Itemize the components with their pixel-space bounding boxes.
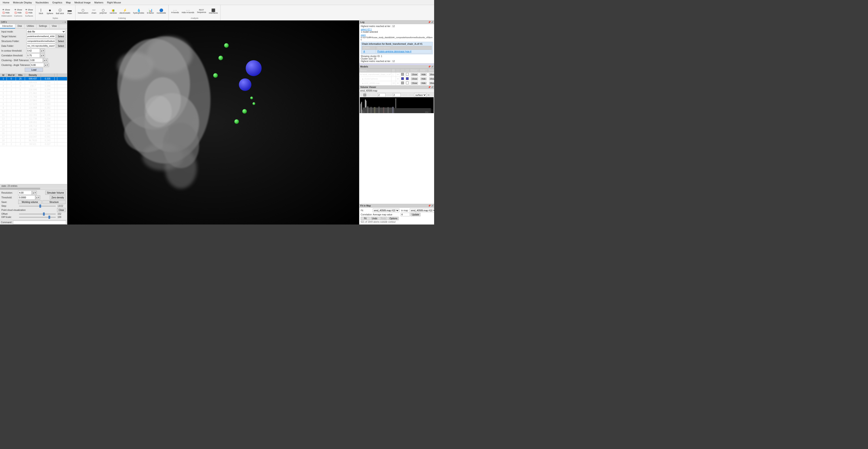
menu-right-mouse[interactable]: Right Mouse xyxy=(105,1,123,4)
marker-sphere-5[interactable] xyxy=(252,102,255,105)
chain-color-button[interactable]: 〰 chain xyxy=(90,8,98,15)
viewport-canvas[interactable] xyxy=(67,21,359,224)
col-id[interactable]: Id xyxy=(0,73,7,77)
diff-scale-slider[interactable] xyxy=(19,217,56,218)
table-row[interactable]: 8 1 1 117.623 0.283 xyxy=(0,102,67,106)
working-volume-btn[interactable]: Working volume xyxy=(18,200,41,204)
data-folder-input[interactable] xyxy=(26,44,56,48)
command-input[interactable] xyxy=(13,221,66,224)
tab-settings[interactable]: Settings xyxy=(37,24,50,28)
vol-step-input[interactable] xyxy=(377,93,385,97)
fit-button[interactable]: Fit xyxy=(361,217,370,220)
show-surfaces-btn[interactable]: 👁 Show xyxy=(24,8,34,11)
nucleotide-color-button[interactable]: 🔵 nucleotide xyxy=(155,8,167,15)
data-folder-select-btn[interactable]: Select xyxy=(56,44,66,48)
cluster-sphere-1[interactable] xyxy=(246,60,261,76)
table-row[interactable]: 16 2 2 104.155 0.264 xyxy=(0,132,67,135)
table-row[interactable]: 14 2 2 106.713 0.266 xyxy=(0,124,67,128)
menu-molecule-display[interactable]: Molecule Display xyxy=(11,1,34,4)
clustering-angle-input[interactable] xyxy=(30,63,44,67)
fit-pin-icon[interactable]: 📌 xyxy=(428,204,431,207)
model-2-close-btn[interactable]: Close xyxy=(411,77,418,80)
viewport[interactable] xyxy=(67,21,359,224)
structures-folder-select-btn[interactable]: Select xyxy=(56,39,66,43)
electrostatic-button[interactable]: ⚡ electrostatic xyxy=(118,8,132,15)
model-1-close-btn[interactable]: Close xyxy=(411,73,418,76)
model-3-color2[interactable] xyxy=(406,82,409,84)
marker-sphere-3[interactable] xyxy=(213,73,218,78)
simulate-volume-btn[interactable]: Simulate Volume xyxy=(45,191,66,195)
heteroatom-button[interactable]: ⬡ heteroatom xyxy=(77,8,90,15)
fit-avg-input[interactable] xyxy=(401,213,410,216)
hide-hbonds-button[interactable]: - - - Hide H-bonds xyxy=(181,8,195,14)
table-row[interactable]: 2 0 26 699.425 0.335 xyxy=(0,81,67,84)
show-cartoons-btn[interactable]: 👁 Show xyxy=(13,8,23,11)
polymer-button[interactable]: ⬡ polymer xyxy=(98,8,108,15)
table-scrollbar[interactable] xyxy=(0,188,67,190)
table-row[interactable]: 6 2 1 171.703 0.245 xyxy=(0,95,67,99)
tab-view[interactable]: View xyxy=(50,24,59,28)
in-contour-input[interactable] xyxy=(26,49,40,53)
model-2-color2[interactable] xyxy=(406,77,409,80)
table-row[interactable]: 18 2 1 96.7633 0.243 xyxy=(0,139,67,142)
threshold-input[interactable] xyxy=(18,195,35,199)
tab-disk[interactable]: Disk xyxy=(15,24,24,28)
menu-map[interactable]: Map xyxy=(64,1,72,4)
model-2-show-btn[interactable]: Show xyxy=(429,77,434,80)
vol-minus-btn[interactable]: − xyxy=(428,93,429,97)
model-3-close-btn[interactable]: Close xyxy=(411,82,418,85)
log-open-link[interactable]: open xyxy=(361,34,366,36)
vol-color-swatch[interactable] xyxy=(364,94,366,96)
step-slider[interactable] xyxy=(19,206,56,206)
model-1-eye-icon[interactable]: 👁 xyxy=(397,73,399,76)
model-3-show-btn[interactable]: Show xyxy=(429,82,434,85)
table-row[interactable]: 13 2 3 108.051 0.266 xyxy=(0,121,67,124)
table-row[interactable]: 1 0 25 699.437 0.335 xyxy=(0,77,67,81)
table-row[interactable]: 7 1 4 117.983 0.281 xyxy=(0,99,67,102)
table-row[interactable]: 5 2 3 171.862 0.246 xyxy=(0,92,67,95)
undo-button[interactable]: Undo xyxy=(370,217,379,220)
threshold-spinner[interactable]: ▲▼ xyxy=(35,195,40,199)
input-mode-select[interactable]: disk file xyxy=(26,30,66,34)
offset-thumb[interactable] xyxy=(43,213,45,216)
hide-surfaces-btn[interactable]: 🚫 Hide xyxy=(24,11,34,14)
col-val[interactable] xyxy=(41,73,55,77)
table-row[interactable]: 3 1 8 230.7 0.294 xyxy=(0,84,67,88)
plain-button[interactable]: ▬ Plain xyxy=(66,7,74,15)
cluster-sphere-2[interactable] xyxy=(239,78,251,91)
model-2-expand[interactable]: ▶ xyxy=(362,78,364,80)
hide-atoms-btn[interactable]: 🚫 Hide xyxy=(1,11,12,14)
correlation-spinner[interactable]: ▲▼ xyxy=(40,54,45,58)
rainbow-button[interactable]: ◼ rainbow xyxy=(108,8,118,15)
model-3-color1[interactable] xyxy=(401,82,404,84)
marker-sphere-2[interactable] xyxy=(218,56,223,60)
table-row[interactable]: 19 2 3 93.521 0.227 xyxy=(0,142,67,146)
col-density[interactable]: Density xyxy=(25,73,41,77)
model-1-hide-btn[interactable]: Hide xyxy=(421,73,427,76)
clustering-angle-spinner[interactable]: ▲▼ xyxy=(44,63,49,67)
interfaces-button[interactable]: ⬛ Interfaces xyxy=(208,8,219,15)
table-row[interactable]: 12 1 1 111.738 0.234 xyxy=(0,117,67,121)
model-2-eye-icon[interactable]: 👁 xyxy=(397,78,399,80)
hide-cartoons-btn[interactable]: 🚫 Hide xyxy=(13,11,23,14)
panel-close-btn[interactable]: ✕ xyxy=(64,21,66,23)
bfactor-button[interactable]: 📊 b-factor xyxy=(146,8,155,15)
resolution-spinner[interactable]: ▲▼ xyxy=(32,191,37,195)
marker-sphere-6[interactable] xyxy=(242,109,247,114)
ball-stick-button[interactable]: ⦾ Ball stick xyxy=(55,7,65,15)
show-atoms-btn[interactable]: 👁 Show xyxy=(1,8,12,11)
vol-surface-select[interactable]: surface xyxy=(414,93,427,97)
menu-graphics[interactable]: Graphics xyxy=(51,1,64,4)
model-1-color1[interactable] xyxy=(401,73,404,76)
table-row[interactable]: 4 1 5 230.686 0.294 xyxy=(0,88,67,92)
menu-home[interactable]: Home xyxy=(1,1,11,4)
vol-level-input[interactable] xyxy=(393,93,401,97)
vol-expand-icon[interactable]: ⤢ xyxy=(431,86,433,88)
chain-desc-link[interactable]: Protein-arginine deiminase type-4 xyxy=(377,50,411,53)
marker-sphere-7[interactable] xyxy=(234,119,239,124)
models-pin-icon[interactable]: 📌 xyxy=(428,65,431,68)
redo-button[interactable]: Redo xyxy=(379,217,388,220)
log-pin-icon[interactable]: 📌 xyxy=(428,21,431,23)
panel-minimize-btn[interactable]: − xyxy=(62,21,64,23)
vol-eye-icon[interactable]: 👁 xyxy=(360,94,363,96)
